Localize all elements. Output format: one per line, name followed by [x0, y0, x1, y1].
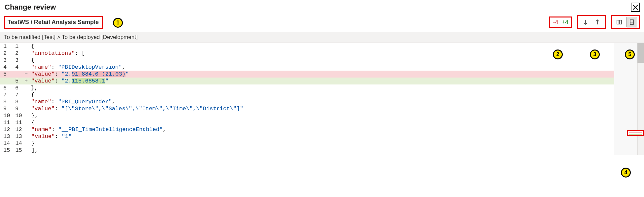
line-number-right — [12, 71, 24, 78]
diff-line: 1313 "value": "1" — [0, 133, 644, 140]
minimap-diff-marker[interactable] — [627, 130, 644, 136]
diff-sign — [24, 57, 30, 64]
line-number-right: 13 — [12, 133, 24, 140]
code-content: } — [30, 140, 35, 147]
diff-sign: + — [24, 78, 30, 84]
side-by-side-icon — [616, 19, 622, 25]
added-count: +4 — [561, 19, 568, 26]
line-number-left: 12 — [0, 126, 12, 133]
svg-rect-1 — [620, 20, 622, 24]
callout-3: 3 — [590, 49, 600, 59]
line-number-left — [0, 78, 12, 84]
line-number-right: 4 — [12, 64, 24, 71]
code-content: ], — [30, 147, 38, 154]
line-number-right: 9 — [12, 105, 24, 112]
removed-count: -4 — [553, 19, 558, 26]
side-by-side-view-button[interactable] — [614, 17, 625, 27]
line-number-left: 8 — [0, 98, 12, 105]
line-number-right: 6 — [12, 84, 24, 91]
scrollbar-track[interactable] — [637, 43, 644, 155]
diff-line: 11{ — [0, 43, 644, 50]
line-number-right: 5 — [12, 78, 24, 84]
diff-line: 44 "name": "PBIDesktopVersion", — [0, 64, 644, 71]
line-number-left: 1 — [0, 43, 12, 50]
diff-sign — [24, 112, 30, 119]
line-number-left: 14 — [0, 140, 12, 147]
line-number-right: 7 — [12, 91, 24, 98]
line-number-left: 9 — [0, 105, 12, 112]
code-content: "name": "__PBI_TimeIntelligenceEnabled", — [30, 126, 166, 133]
close-icon — [632, 4, 638, 10]
diff-sign — [24, 50, 30, 57]
diff-line: 99 "value": "[\"Store\",\"Sales\",\"Item… — [0, 105, 644, 112]
code-content: "annotations": [ — [30, 50, 85, 57]
diff-sign — [24, 43, 30, 50]
code-content: }, — [30, 112, 38, 119]
diff-sign — [24, 133, 30, 140]
line-number-right: 8 — [12, 98, 24, 105]
arrow-down-icon — [583, 19, 589, 25]
scrollbar-thumb[interactable] — [637, 43, 644, 63]
line-number-left: 10 — [0, 112, 12, 119]
page-title: Change review — [5, 3, 56, 12]
line-number-right: 15 — [12, 147, 24, 154]
callout-5: 5 — [625, 49, 635, 59]
diff-sign — [24, 147, 30, 154]
diff-sign: − — [24, 71, 30, 78]
line-number-right: 10 — [12, 112, 24, 119]
diff-line: 33 { — [0, 57, 644, 64]
inline-view-icon — [629, 19, 635, 25]
diff-sign — [24, 64, 30, 71]
line-number-left: 2 — [0, 50, 12, 57]
diff-line: 77 { — [0, 91, 644, 98]
breadcrumb: TestWS \ Retail Analysis Sample — [4, 16, 103, 29]
diff-sign — [24, 126, 30, 133]
code-content: }, — [30, 84, 38, 91]
inline-view-button[interactable] — [626, 17, 637, 27]
callout-2: 2 — [553, 49, 563, 59]
diff-line: 1010 }, — [0, 112, 644, 119]
prev-diff-button[interactable] — [592, 17, 603, 27]
line-number-right: 2 — [12, 50, 24, 57]
diff-sign — [24, 119, 30, 126]
callout-4: 4 — [621, 168, 631, 178]
diff-line: 1414 } — [0, 140, 644, 147]
code-content: "value": "2.115.6858.1" — [30, 78, 109, 84]
diff-line: 1515 ], — [0, 147, 644, 154]
diff-editor[interactable]: 11{22 "annotations": [33 {44 "name": "PB… — [0, 43, 644, 155]
diff-line: 22 "annotations": [ — [0, 50, 644, 57]
change-count-box: -4 +4 — [549, 16, 572, 28]
close-button[interactable] — [631, 3, 640, 12]
view-mode-box — [611, 15, 640, 29]
code-content: { — [30, 57, 34, 64]
line-number-left: 11 — [0, 119, 12, 126]
line-number-left: 3 — [0, 57, 12, 64]
line-number-left: 13 — [0, 133, 12, 140]
arrow-up-icon — [594, 19, 600, 25]
diff-line: 1212 "name": "__PBI_TimeIntelligenceEnab… — [0, 126, 644, 133]
code-content: { — [30, 91, 34, 98]
code-content: "name": "PBIDesktopVersion", — [30, 64, 125, 71]
code-content: "value": "1" — [30, 133, 72, 140]
diff-line: 66 }, — [0, 84, 644, 91]
toolbar: TestWS \ Retail Analysis Sample -4 +4 — [0, 15, 644, 32]
code-content: "value": "2.91.884.0 (21.03)" — [30, 71, 129, 78]
diff-sign — [24, 140, 30, 147]
line-number-right: 3 — [12, 57, 24, 64]
diff-line: 88 "name": "PBI_QueryOrder", — [0, 98, 644, 105]
line-number-left: 6 — [0, 84, 12, 91]
code-content: "value": "[\"Store\",\"Sales\",\"Item\",… — [30, 105, 243, 112]
diff-sign — [24, 105, 30, 112]
next-diff-button[interactable] — [580, 17, 591, 27]
diff-line: 1111 { — [0, 119, 644, 126]
diff-line: 5− "value": "2.91.884.0 (21.03)" — [0, 71, 644, 78]
line-number-left: 4 — [0, 64, 12, 71]
diff-line: 5+ "value": "2.115.6858.1" — [0, 78, 644, 84]
diff-subheader[interactable]: To be modified [Test] > To be deployed [… — [0, 32, 644, 43]
line-number-left: 15 — [0, 147, 12, 154]
svg-rect-0 — [617, 20, 619, 24]
code-content: { — [30, 43, 34, 50]
code-content: { — [30, 119, 35, 126]
line-number-right: 14 — [12, 140, 24, 147]
line-number-right: 1 — [12, 43, 24, 50]
